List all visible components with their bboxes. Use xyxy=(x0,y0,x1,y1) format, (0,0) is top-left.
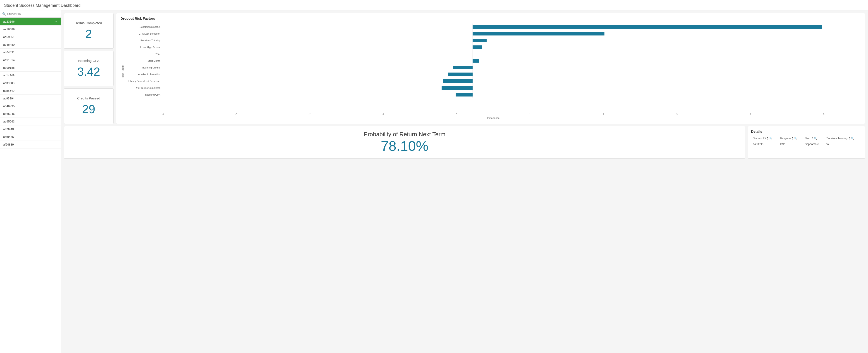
sort-icon[interactable]: ▲▼ xyxy=(848,137,850,140)
bar xyxy=(441,86,472,90)
bar-track xyxy=(162,37,861,44)
x-tick: 0 xyxy=(420,112,493,116)
details-table: Student ID▲▼🔍Program▲▼🔍Year▲▼🔍Receives T… xyxy=(751,136,862,147)
sidebar-item[interactable]: af33440 xyxy=(0,126,61,133)
column-label: Year xyxy=(805,137,810,140)
chart-bar-row: Receives Tutoring xyxy=(126,37,861,44)
bar-track xyxy=(162,24,861,30)
zero-line xyxy=(472,78,473,84)
bar-track xyxy=(162,30,861,37)
sidebar: 🔍 aa33396✓aa16889aa59561ab45480ab64431ab… xyxy=(0,10,61,353)
bar-label: # of Terms Completed xyxy=(126,86,162,89)
sidebar-item[interactable]: aa59561 xyxy=(0,33,61,41)
bar-label: Receives Tutoring xyxy=(126,39,162,42)
sidebar-item[interactable]: ae95563 xyxy=(0,118,61,126)
details-table-row: aa33396BSc.Sophomoreno xyxy=(751,141,862,147)
details-column-header: Program▲▼🔍 xyxy=(778,136,803,141)
sidebar-item[interactable]: ab45480 xyxy=(0,41,61,48)
bar-track xyxy=(162,91,861,98)
sidebar-item[interactable]: ab91914 xyxy=(0,56,61,64)
terms-completed-value: 2 xyxy=(86,27,92,41)
probability-label: Probability of Return Next Term xyxy=(364,131,445,138)
column-label: Receives Tutoring xyxy=(826,137,847,140)
details-table-body: aa33396BSc.Sophomoreno xyxy=(751,141,862,147)
details-column-header: Student ID▲▼🔍 xyxy=(751,136,778,141)
sort-icon[interactable]: ▲▼ xyxy=(767,137,769,140)
sidebar-item[interactable]: af49466 xyxy=(0,133,61,141)
chart-bar-row: Scholarship Status xyxy=(126,24,861,30)
sidebar-item[interactable]: ac93894 xyxy=(0,95,61,102)
column-search-icon[interactable]: 🔍 xyxy=(769,137,773,140)
dropout-risk-chart: Dropout Risk Factors Risk Factor Scholar… xyxy=(116,13,865,124)
x-axis-label: Importance xyxy=(126,117,861,119)
details-cell: aa33396 xyxy=(751,141,778,147)
details-column-header: Year▲▼🔍 xyxy=(803,136,824,141)
app-title: Student Success Management Dashboard xyxy=(0,0,868,10)
zero-line xyxy=(472,64,473,71)
probability-card: Probability of Return Next Term 78.10% xyxy=(64,126,745,158)
column-search-icon[interactable]: 🔍 xyxy=(851,137,854,140)
sidebar-item[interactable]: ab99185 xyxy=(0,64,61,72)
sidebar-item[interactable]: aa16889 xyxy=(0,26,61,33)
search-box[interactable]: 🔍 xyxy=(0,10,61,17)
x-tick: 2 xyxy=(567,112,640,116)
chart-title: Dropout Risk Factors xyxy=(121,16,861,20)
bar-track xyxy=(162,50,861,58)
bar-label: Academic Probation xyxy=(126,73,162,76)
sidebar-item[interactable]: ad46995 xyxy=(0,102,61,110)
column-search-icon[interactable]: 🔍 xyxy=(814,137,817,140)
sidebar-items-list: aa33396✓aa16889aa59561ab45480ab64431ab91… xyxy=(0,17,61,148)
search-icon: 🔍 xyxy=(2,12,6,15)
terms-completed-card: Terms Completed 2 xyxy=(64,13,114,48)
chart-bar-row: GPA Last Semester xyxy=(126,30,861,37)
zero-line xyxy=(472,84,473,91)
bar xyxy=(472,32,604,35)
chart-inner: Scholarship StatusGPA Last SemesterRecei… xyxy=(126,24,861,119)
bar-track xyxy=(162,58,861,64)
x-tick: -3 xyxy=(199,112,273,116)
column-search-icon[interactable]: 🔍 xyxy=(794,137,798,140)
sidebar-item[interactable]: ab64431 xyxy=(0,48,61,56)
column-label: Program xyxy=(780,137,790,140)
x-tick: -4 xyxy=(126,112,199,116)
sidebar-item[interactable]: aa33396✓ xyxy=(0,17,61,26)
metrics-column: Terms Completed 2 Incoming GPA 3.42 Cred… xyxy=(64,13,114,124)
sidebar-item[interactable]: ad65046 xyxy=(0,110,61,118)
chart-container: Risk Factor Scholarship StatusGPA Last S… xyxy=(121,24,861,119)
sidebar-item[interactable]: ac14349 xyxy=(0,72,61,79)
chart-bar-row: Incoming GPA xyxy=(126,91,861,98)
chart-bar-row: Library Scans Last Semester xyxy=(126,78,861,84)
bar xyxy=(453,66,472,69)
bar-track xyxy=(162,71,861,78)
y-axis-label: Risk Factor xyxy=(121,24,125,119)
x-tick: 5 xyxy=(787,112,861,116)
details-cell: BSc. xyxy=(778,141,803,147)
bar-track xyxy=(162,44,861,50)
details-cell: Sophomore xyxy=(803,141,824,147)
bar-label: Scholarship Status xyxy=(126,26,162,28)
bar-label: Library Scans Last Semester xyxy=(126,80,162,82)
chart-bar-row: Local High School xyxy=(126,44,861,50)
sidebar-item[interactable]: af54839 xyxy=(0,141,61,148)
incoming-gpa-label: Incoming GPA xyxy=(78,59,99,63)
credits-passed-value: 29 xyxy=(82,102,95,116)
sort-icon[interactable]: ▲▼ xyxy=(792,137,793,140)
bar-track xyxy=(162,84,861,91)
sidebar-item[interactable]: ac85649 xyxy=(0,87,61,95)
credits-passed-card: Credits Passed 29 xyxy=(64,89,114,124)
chart-bar-row: Incoming Credits xyxy=(126,64,861,71)
sort-icon[interactable]: ▲▼ xyxy=(811,137,813,140)
chart-bars: Scholarship StatusGPA Last SemesterRecei… xyxy=(126,24,861,111)
search-input[interactable] xyxy=(7,12,59,15)
details-cell: no xyxy=(824,141,862,147)
sidebar-item[interactable]: ac30983 xyxy=(0,79,61,87)
bar-track xyxy=(162,64,861,71)
bar-label: Incoming GPA xyxy=(126,93,162,96)
x-tick: 3 xyxy=(640,112,714,116)
bar xyxy=(472,39,487,42)
x-axis: -4-3-2-1012345 xyxy=(126,112,861,116)
incoming-gpa-card: Incoming GPA 3.42 xyxy=(64,51,114,86)
details-card: Details Student ID▲▼🔍Program▲▼🔍Year▲▼🔍Re… xyxy=(748,126,865,158)
details-table-header: Student ID▲▼🔍Program▲▼🔍Year▲▼🔍Receives T… xyxy=(751,136,862,141)
bar-label: Year xyxy=(126,52,162,56)
